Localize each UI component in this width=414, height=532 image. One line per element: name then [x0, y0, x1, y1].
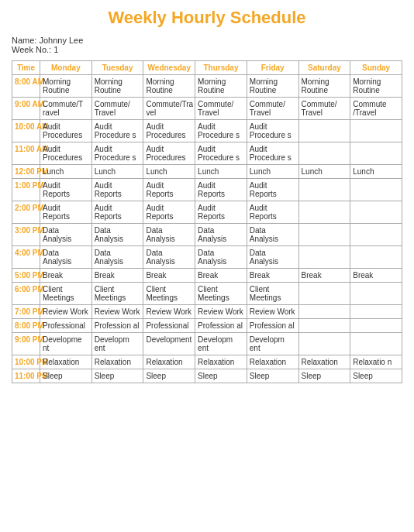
time-cell-13: 9:00 PM — [12, 333, 40, 355]
schedule-cell: Data Analysis — [195, 246, 247, 269]
time-cell-3: 11:00 AM — [12, 142, 40, 165]
table-row: 8:00 PMProfessionalProfession alProfessi… — [12, 319, 402, 333]
header-wednesday: Wednesday — [143, 61, 195, 75]
schedule-cell: Review Work — [91, 305, 143, 319]
time-cell-8: 4:00 PM — [12, 246, 40, 269]
time-cell-4: 12:00 PM — [12, 165, 40, 179]
schedule-cell: Audit Reports — [91, 201, 143, 224]
schedule-cell: Client Meetings — [247, 283, 298, 305]
schedule-cell — [350, 333, 402, 355]
schedule-cell: Audit Reports — [143, 201, 195, 224]
schedule-cell — [350, 201, 402, 224]
table-body: 8:00 AMMorning RoutineMorning RoutineMor… — [12, 75, 402, 383]
table-row: 7:00 PMReview WorkReview WorkReview Work… — [12, 305, 402, 319]
schedule-cell: Relaxation — [298, 355, 350, 369]
schedule-cell: Relaxation — [143, 355, 195, 369]
schedule-cell: Morning Routine — [350, 75, 402, 98]
schedule-cell: Audit Reports — [195, 179, 247, 201]
schedule-cell: Relaxation — [40, 355, 92, 369]
schedule-cell: Audit Procedure s — [195, 142, 247, 165]
schedule-cell: Sleep — [350, 369, 402, 383]
table-row: 11:00 AMAudit ProceduresAudit Procedure … — [12, 142, 402, 165]
schedule-cell: Profession al — [195, 319, 247, 333]
time-cell-1: 9:00 AM — [12, 98, 40, 120]
table-row: 10:00 PMRelaxationRelaxationRelaxationRe… — [12, 355, 402, 369]
schedule-cell: Lunch — [247, 165, 298, 179]
schedule-cell: Audit Procedure s — [91, 120, 143, 142]
table-row: 2:00 PMAudit ReportsAudit ReportsAudit R… — [12, 201, 402, 224]
time-cell-12: 8:00 PM — [12, 319, 40, 333]
table-row: 10:00 AMAudit ProceduresAudit Procedure … — [12, 120, 402, 142]
schedule-cell: Developme nt — [40, 333, 92, 355]
schedule-cell: Review Work — [143, 305, 195, 319]
schedule-cell: Break — [40, 269, 92, 283]
table-row: 4:00 PMData AnalysisData AnalysisData An… — [12, 246, 402, 269]
table-row: 8:00 AMMorning RoutineMorning RoutineMor… — [12, 75, 402, 98]
schedule-cell: Review Work — [247, 305, 298, 319]
time-cell-0: 8:00 AM — [12, 75, 40, 98]
schedule-cell — [298, 142, 350, 165]
schedule-cell: Data Analysis — [40, 246, 92, 269]
table-row: 5:00 PMBreakBreakBreakBreakBreakBreakBre… — [12, 269, 402, 283]
table-header: TimeMondayTuesdayWednesdayThursdayFriday… — [12, 61, 402, 75]
header-saturday: Saturday — [298, 61, 350, 75]
time-cell-10: 6:00 PM — [12, 283, 40, 305]
schedule-cell: Lunch — [195, 165, 247, 179]
schedule-cell: Commute/ Travel — [247, 98, 298, 120]
schedule-cell: Audit Reports — [40, 201, 92, 224]
time-cell-6: 2:00 PM — [12, 201, 40, 224]
schedule-cell: Break — [247, 269, 298, 283]
schedule-cell: Data Analysis — [247, 246, 298, 269]
schedule-cell — [298, 319, 350, 333]
schedule-cell: Commute/ Travel — [91, 98, 143, 120]
table-row: 6:00 PMClient MeetingsClient MeetingsCli… — [12, 283, 402, 305]
schedule-cell: Developm ent — [247, 333, 298, 355]
schedule-cell: Lunch — [40, 165, 92, 179]
schedule-cell: Lunch — [91, 165, 143, 179]
schedule-cell: Break — [298, 269, 350, 283]
schedule-cell: Commute/ Travel — [195, 98, 247, 120]
schedule-cell: Client Meetings — [91, 283, 143, 305]
schedule-cell — [350, 142, 402, 165]
schedule-cell: Sleep — [247, 369, 298, 383]
time-cell-9: 5:00 PM — [12, 269, 40, 283]
schedule-cell: Morning Routine — [40, 75, 92, 98]
schedule-cell: Relaxation — [195, 355, 247, 369]
schedule-cell: Morning Routine — [298, 75, 350, 98]
schedule-cell — [298, 283, 350, 305]
schedule-cell: Developm ent — [195, 333, 247, 355]
table-row: 12:00 PMLunchLunchLunchLunchLunchLunchLu… — [12, 165, 402, 179]
schedule-cell: Profession al — [247, 319, 298, 333]
schedule-cell — [350, 305, 402, 319]
name-label: Name: Johnny Lee — [12, 36, 402, 45]
schedule-cell — [298, 201, 350, 224]
schedule-cell: Sleep — [195, 369, 247, 383]
table-row: 11:00 PMSleepSleepSleepSleepSleepSleepSl… — [12, 369, 402, 383]
schedule-cell: Lunch — [298, 165, 350, 179]
schedule-cell — [350, 246, 402, 269]
table-row: 9:00 AMCommute/T ravelCommute/ TravelCom… — [12, 98, 402, 120]
header-tuesday: Tuesday — [91, 61, 143, 75]
schedule-cell: Professional — [143, 319, 195, 333]
schedule-cell: Relaxation — [247, 355, 298, 369]
header-thursday: Thursday — [195, 61, 247, 75]
schedule-cell: Commute/ Travel — [298, 98, 350, 120]
schedule-cell: Lunch — [143, 165, 195, 179]
schedule-cell — [298, 120, 350, 142]
table-row: 3:00 PMData AnalysisData AnalysisData An… — [12, 224, 402, 246]
schedule-cell: Sleep — [91, 369, 143, 383]
schedule-cell — [298, 333, 350, 355]
schedule-cell: Review Work — [195, 305, 247, 319]
schedule-cell: Commute /Travel — [350, 98, 402, 120]
schedule-cell: Data Analysis — [195, 224, 247, 246]
time-cell-5: 1:00 PM — [12, 179, 40, 201]
schedule-cell: Developm ent — [91, 333, 143, 355]
schedule-cell: Data Analysis — [143, 224, 195, 246]
header-sunday: Sunday — [350, 61, 402, 75]
schedule-cell: Sleep — [40, 369, 92, 383]
schedule-cell: Sleep — [143, 369, 195, 383]
schedule-cell: Commute/Tra vel — [143, 98, 195, 120]
schedule-cell: Data Analysis — [143, 246, 195, 269]
header-monday: Monday — [40, 61, 92, 75]
schedule-cell: Review Work — [40, 305, 92, 319]
